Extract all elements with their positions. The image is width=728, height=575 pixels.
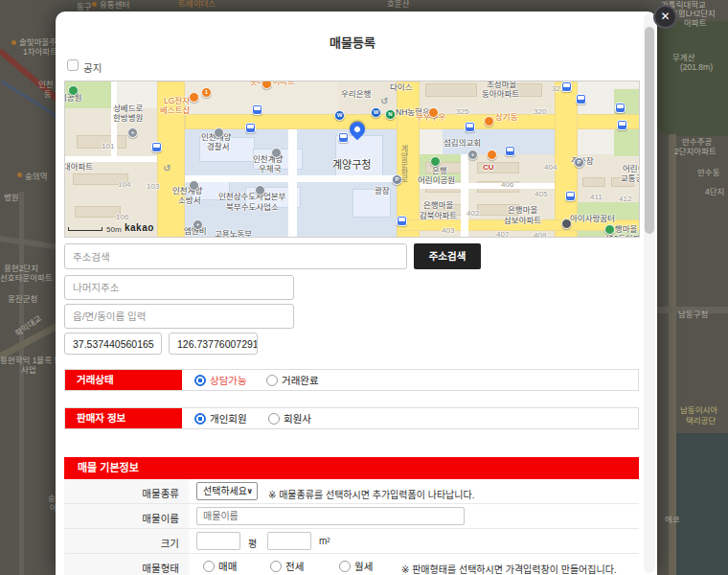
- map-label: 교통공원: [621, 174, 640, 183]
- dong-name-input[interactable]: [64, 304, 294, 329]
- map-block-number: 325: [456, 108, 468, 116]
- background-map-label: 선호타운아파트: [0, 274, 53, 283]
- map-poi-icon: W: [371, 107, 381, 118]
- form-radio-monthly[interactable]: [339, 561, 351, 572]
- notice-checkbox-label: 공지: [83, 60, 102, 75]
- background-map-label: 1차아파트: [23, 48, 57, 57]
- address-search-button[interactable]: 주소검색: [414, 243, 481, 269]
- modal-scrollbar-thumb[interactable]: [645, 27, 654, 234]
- bus-stop-icon: [465, 122, 475, 132]
- map-label: 북부수도사업소: [226, 203, 279, 212]
- status-radio-completed-label: 거래완료: [282, 376, 319, 386]
- background-map-label: 남동이시아: [680, 406, 717, 415]
- seller-info-label: 판매자 정보: [65, 408, 182, 428]
- close-icon[interactable]: ✕: [653, 5, 677, 29]
- map-label: 은행마을: [508, 206, 537, 215]
- background-map-label: 아파트: [684, 19, 706, 28]
- map-label: 고용노동부: [215, 230, 252, 238]
- property-type-select-value: 선택하세요: [203, 486, 247, 496]
- map-label: 롯데하이마트: [250, 80, 295, 86]
- kakao-logo[interactable]: kakao: [125, 222, 154, 233]
- map-block-number: 104: [118, 181, 130, 189]
- latitude-input[interactable]: [64, 333, 162, 355]
- map-building: [75, 206, 121, 218]
- map-label: 어린이: [623, 165, 640, 173]
- background-map-label: 솔빛마을주: [19, 38, 57, 47]
- map-label: 은행: [432, 167, 447, 175]
- map-label: 아이사랑꿈터: [570, 215, 615, 223]
- map-poi-icon: +: [193, 219, 203, 230]
- background-map-label: (201.8m): [680, 63, 713, 72]
- map-label: 계양구청: [332, 160, 371, 171]
- map-block-number: 405: [535, 191, 547, 198]
- map-poi-icon: [214, 127, 224, 138]
- map-poi-icon: ↺: [162, 164, 172, 174]
- map-poi-icon: [604, 224, 615, 235]
- map-poi-icon: +: [467, 150, 478, 160]
- bus-stop-icon: [565, 191, 576, 201]
- chevron-down-icon: ∨: [247, 483, 254, 499]
- address-rest-input[interactable]: [64, 275, 294, 300]
- size-pyeong-input[interactable]: [196, 532, 240, 550]
- notice-checkbox[interactable]: [67, 59, 79, 71]
- property-name-label: 매물이름: [64, 504, 189, 528]
- property-type-label: 매물종류: [64, 479, 189, 503]
- map-poi-icon: [189, 180, 199, 191]
- status-radio-available[interactable]: [194, 375, 206, 386]
- seller-radio-individual[interactable]: [194, 413, 206, 425]
- property-name-row: 매물이름: [64, 504, 639, 529]
- bus-stop-icon: [617, 120, 627, 130]
- map-label: 은행마을: [423, 201, 453, 210]
- background-map-label: 동구: [77, 3, 92, 12]
- property-form-row: 매물형태 매매 전세 월세 ※ 판매형태를 선택하시면 가격입력창이 만들어집니…: [64, 554, 639, 575]
- bus-stop-icon: [338, 132, 349, 143]
- form-radio-sale[interactable]: [203, 561, 215, 572]
- map-label: LG전자: [164, 97, 190, 105]
- background-road: [669, 134, 676, 575]
- background-map-label: 동: [44, 90, 52, 99]
- map-label: 소방서: [178, 196, 200, 205]
- map-label: 인천상수도사업본부: [218, 193, 285, 201]
- background-water: [671, 433, 728, 575]
- property-type-note: ※ 매물종류를 선택하시면 추가입력폼이 나타납니다.: [268, 487, 474, 501]
- status-radio-completed[interactable]: [266, 375, 278, 386]
- map-label: 섬김의교회: [444, 139, 481, 148]
- map-road: [461, 154, 468, 238]
- background-map-label: 택리공단: [686, 417, 716, 426]
- map-poi-icon: [271, 148, 282, 158]
- background-map-label: 유통센터: [100, 1, 129, 10]
- bus-stop-icon: [576, 94, 586, 104]
- size-row: 크기 평 m²: [64, 529, 639, 554]
- background-map-label: 숭의역: [25, 172, 47, 181]
- longitude-input[interactable]: [169, 333, 258, 355]
- form-radio-jeonse[interactable]: [270, 561, 282, 572]
- background-map-label: 2단지아파트: [674, 148, 717, 156]
- seller-radio-company[interactable]: [268, 413, 280, 425]
- map-label: 우리은행: [341, 90, 371, 99]
- property-type-select[interactable]: 선택하세요 ∨: [196, 482, 258, 500]
- basic-info-section-header: 매물 기본정보: [64, 457, 639, 479]
- map-poi-icon: 1: [201, 87, 212, 98]
- size-sqm-input[interactable]: [267, 532, 311, 550]
- size-label: 크기: [64, 529, 189, 553]
- address-search-input[interactable]: [64, 243, 407, 269]
- map-road: [288, 129, 297, 238]
- map-scale-label: 50m: [106, 225, 122, 234]
- map-label: 동아아파트: [482, 90, 519, 99]
- size-unit-pyeong: 평: [248, 536, 257, 550]
- background-map-label: 옹진군청: [8, 295, 37, 304]
- map-block-number: 406: [501, 181, 513, 189]
- kakao-map[interactable]: 리공원성베드로한방병원롯데하이마트LG전자베스트샵다이스우리은행NH농협은행쿠우…: [64, 80, 640, 238]
- seller-info-row: 판매자 정보 개인회원 회원사: [64, 407, 639, 429]
- map-poi-icon: P: [574, 157, 584, 168]
- map-block-number: 402: [466, 210, 479, 218]
- map-building: [425, 83, 477, 97]
- size-unit-sqm: m²: [319, 536, 330, 546]
- modal-scrollbar-track[interactable]: [644, 13, 655, 573]
- map-poi-icon: [484, 116, 494, 126]
- property-name-input[interactable]: [196, 507, 465, 525]
- background-map-label: 부평LH2단지: [671, 10, 716, 18]
- map-block-number: 103: [147, 183, 159, 191]
- bus-stop-icon: [397, 216, 407, 226]
- page: { "background": { "labels": [ {"t":"동구",…: [0, 0, 728, 575]
